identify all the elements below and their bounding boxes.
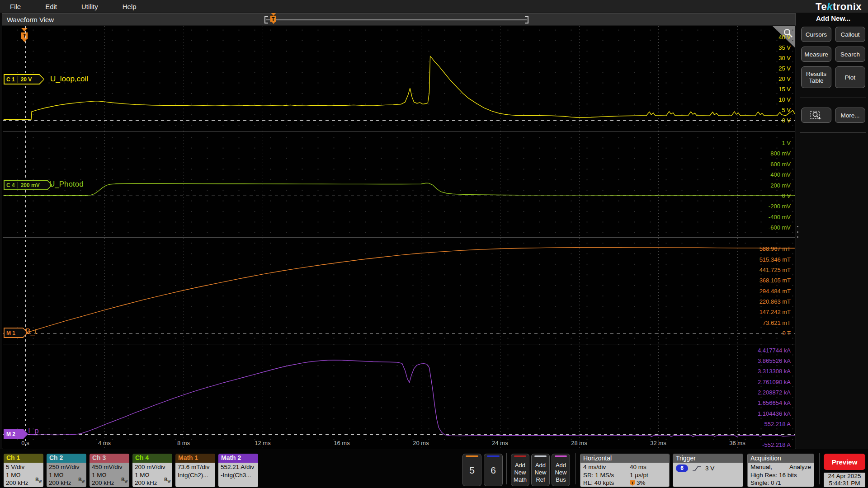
channel-setting: 73.6 mT/div: [178, 463, 213, 471]
channel-setting: -Intg(Ch3...: [221, 471, 256, 479]
acquisition-analyze: Analyze: [789, 463, 811, 471]
plot-button[interactable]: Plot: [835, 66, 865, 88]
horizontal-panel[interactable]: Horizontal 4 ms/div40 ms SR: 1 MS/s1 μs/…: [580, 454, 670, 487]
datetime-display: 24 Apr 2025 5:44:31 PM: [824, 473, 865, 487]
search-button[interactable]: Search: [835, 47, 865, 62]
trace-label-b-t[interactable]: B_t: [25, 327, 37, 336]
menu-item-file[interactable]: File: [10, 3, 21, 10]
trigger-panel[interactable]: Trigger 6 3 V: [673, 454, 743, 487]
waveform-plot-area[interactable]: T 40 V35 V30 V25 V20 V15 V10 V5 V0 V1 V8…: [3, 26, 795, 449]
trace-u-loop-coil[interactable]: [4, 56, 795, 120]
sample-interval: 1 μs/pt: [630, 471, 666, 479]
sidebar-button-grid: CursorsCalloutMeasureSearchResults Table…: [798, 27, 868, 138]
channel-marker-c-1[interactable]: C 120 V: [4, 74, 44, 84]
channel-marker-m-2[interactable]: M 2: [4, 429, 28, 439]
more-button[interactable]: More...: [835, 108, 865, 123]
separator: [819, 453, 820, 484]
trace-i-p[interactable]: [4, 360, 795, 437]
channel-badge-title: Ch 1: [4, 454, 43, 463]
slot-label: 5: [463, 465, 481, 476]
channel-marker-m-1[interactable]: M 1: [4, 328, 28, 338]
overview-right-bracket[interactable]: [525, 16, 528, 23]
sample-rate: SR: 1 MS/s: [583, 471, 630, 479]
menu-item-edit[interactable]: Edit: [45, 3, 57, 10]
channel-badge-math-2[interactable]: Math 2552.21 A/div-Intg(Ch3...: [218, 454, 258, 487]
slot-color-stripe: [466, 455, 478, 457]
menu-item-help[interactable]: Help: [123, 3, 137, 10]
acquisition-panel-title: Acquisition: [748, 454, 814, 463]
slot-color-stripe: [487, 455, 500, 457]
horizontal-scale: 4 ms/div: [583, 463, 630, 471]
acquisition-highres: High Res: 16 bits: [750, 471, 797, 479]
channel-badge-ch-2[interactable]: Ch 2250 mV/div1 MΩ200 kHzBW: [47, 454, 86, 487]
trace-label-i-p[interactable]: I_p: [28, 427, 39, 436]
add-button-label: AddNewBus: [552, 462, 570, 483]
overview-trigger-marker[interactable]: T: [270, 15, 276, 22]
logo-text-2: tronix: [833, 1, 862, 12]
cursors-button[interactable]: Cursors: [801, 27, 831, 42]
marker-cell: M 2: [4, 431, 18, 437]
channel-setting: 250 mV/div: [49, 463, 85, 471]
trace-label-u-loop-coil[interactable]: U_loop,coil: [50, 75, 88, 84]
trigger-panel-body: 6 3 V: [673, 463, 743, 487]
record-length: RL: 40 kpts: [583, 479, 630, 487]
separator: [576, 453, 576, 484]
menu-item-utility[interactable]: Utility: [81, 3, 98, 10]
logo-k: k: [827, 1, 833, 12]
bandwidth-icon: BW: [78, 476, 85, 486]
channel-setting: 5 V/div: [6, 463, 42, 471]
channel-marker-c-4[interactable]: C 4200 mV: [4, 180, 52, 190]
add-button-label: AddNewRef: [532, 462, 549, 483]
channel-badge-body: 73.6 mT/divIntg(Ch2)...: [175, 463, 215, 487]
acquisition-panel[interactable]: Acquisition Manual, Analyze High Res: 16…: [747, 454, 814, 487]
rising-edge-icon: [692, 465, 702, 472]
horizontal-window: 40 ms: [630, 463, 666, 471]
sidebar-add-new: Add New... CursorsCalloutMeasureSearchRe…: [798, 13, 868, 449]
marker-cell: C 1: [4, 76, 18, 83]
trigger-source-badge: 6: [676, 465, 688, 472]
add-new-bus-button[interactable]: AddNewBus: [552, 454, 570, 486]
trace-label-u-photod[interactable]: U_Photod: [49, 180, 84, 189]
sidebar-divider: [800, 132, 866, 133]
results-table-button[interactable]: Results Table: [801, 66, 831, 88]
channel-badge-ch-4[interactable]: Ch 4200 mV/div1 MΩ200 kHzBW: [132, 454, 172, 487]
add-button-label: AddNewMath: [511, 462, 529, 483]
waveform-traces: [3, 26, 795, 449]
add-new-header: Add New...: [798, 14, 868, 22]
menu-bar: FileEditUtilityHelp: [0, 0, 868, 13]
logo-text: Te: [816, 1, 827, 12]
add-new-math-button[interactable]: AddNewMath: [511, 454, 529, 486]
trigger-position-percent: 3%: [637, 479, 646, 487]
acquisition-panel-body: Manual, Analyze High Res: 16 bits Single…: [748, 463, 814, 487]
add-new-ref-button[interactable]: AddNewRef: [531, 454, 550, 486]
trace-b-t[interactable]: [4, 248, 795, 333]
add-color-stripe: [555, 455, 567, 457]
trigger-level: 3 V: [705, 465, 714, 472]
overview-left-bracket[interactable]: [264, 16, 268, 23]
channel-badge-body: 552.21 A/div-Intg(Ch3...: [218, 463, 258, 487]
horizontal-overview-bar[interactable]: T: [264, 16, 528, 23]
marker-cell: 200 mV: [18, 182, 42, 188]
zoom-select-button[interactable]: [801, 108, 831, 123]
channel-setting: 552.21 A/div: [221, 463, 256, 471]
preview-button[interactable]: Preview: [824, 454, 865, 470]
horizontal-panel-body: 4 ms/div40 ms SR: 1 MS/s1 μs/pt RL: 40 k…: [580, 463, 669, 487]
channel-badge-title: Ch 2: [47, 454, 86, 463]
channel-badge-title: Math 1: [175, 454, 215, 463]
channel-setting: 450 mV/div: [92, 463, 127, 471]
channel-badge-math-1[interactable]: Math 173.6 mT/divIntg(Ch2)...: [175, 454, 215, 487]
marker-cell: 20 V: [18, 76, 35, 83]
measure-button[interactable]: Measure: [801, 47, 831, 62]
bottom-settings-bar: Horizontal 4 ms/div40 ms SR: 1 MS/s1 μs/…: [0, 449, 868, 488]
channel-badge-ch-3[interactable]: Ch 3450 mV/div1 MΩ200 kHzBW: [90, 454, 129, 487]
callout-button[interactable]: Callout: [835, 27, 865, 42]
horizontal-panel-title: Horizontal: [580, 454, 669, 463]
overview-line: [266, 19, 527, 20]
channel-badge-ch-1[interactable]: Ch 15 V/div1 MΩ200 kHzBW: [4, 454, 43, 487]
slot-button-6[interactable]: 6: [484, 454, 503, 486]
tektronix-logo: Tektronix: [816, 1, 862, 13]
trace-u-photod[interactable]: [4, 183, 795, 195]
waveform-window: Waveform View T T 40 V35 V30 V25 V20 V15…: [2, 14, 796, 449]
marker-cell: C 4: [4, 182, 18, 188]
slot-button-5[interactable]: 5: [462, 454, 481, 486]
